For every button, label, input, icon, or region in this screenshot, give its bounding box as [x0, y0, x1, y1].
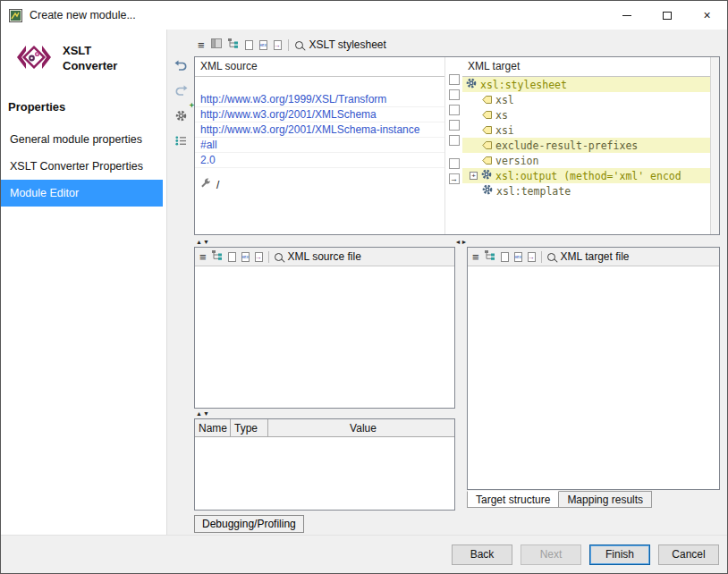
connector-square[interactable] — [449, 74, 460, 85]
tree-view-icon[interactable] — [212, 250, 223, 263]
tree-item-xsi[interactable]: xsi — [462, 122, 710, 138]
xml-source-column: XML source http://www.w3.org/1999/XSL/Tr… — [195, 57, 445, 234]
attribute-icon — [482, 124, 492, 137]
sidebar-item-label: Module Editor — [10, 187, 79, 199]
cancel-button[interactable]: Cancel — [658, 544, 719, 565]
watch-table-resize-buttons[interactable]: ▲▼ — [194, 409, 455, 418]
text-view-icon[interactable] — [501, 252, 509, 262]
toolbar-separator — [268, 251, 269, 263]
watch-table-header: Name Type Value — [195, 419, 454, 437]
hex-view-icon[interactable] — [514, 252, 522, 262]
tree-item-label: xs — [495, 109, 508, 122]
search-icon[interactable] — [547, 253, 555, 261]
search-icon[interactable] — [295, 41, 303, 49]
tree-view-icon[interactable] — [228, 38, 239, 51]
source-row-label: #all — [200, 139, 217, 151]
watch-table-body[interactable] — [195, 437, 454, 510]
tree-item-xs[interactable]: xs — [462, 107, 710, 122]
tree-item-label: xsl:template — [496, 185, 571, 198]
debugging-profiling-button[interactable]: Debugging/Profiling — [194, 515, 304, 533]
tab-target-structure[interactable]: Target structure — [467, 491, 559, 508]
connector-square[interactable] — [449, 120, 460, 131]
tree-item-version[interactable]: version — [462, 153, 710, 168]
text-view-icon[interactable] — [228, 252, 236, 262]
xml-source-header: XML source — [195, 57, 444, 77]
arrow-right-icon: → — [450, 175, 458, 183]
export-file-icon[interactable] — [255, 252, 263, 262]
hex-view-icon[interactable] — [259, 40, 267, 50]
xml-target-file-pane: ≡ XML target file — [467, 247, 720, 490]
tree-view-icon[interactable] — [485, 250, 495, 263]
undo-button[interactable] — [171, 56, 190, 74]
target-file-content[interactable] — [468, 266, 719, 489]
export-file-icon[interactable] — [528, 252, 536, 262]
menu-icon[interactable]: ≡ — [472, 251, 479, 263]
xml-target-column: XML target xsl:stylesheet xsl — [462, 57, 710, 234]
sidebar-item-general-module-properties[interactable]: General module properties — [1, 126, 163, 153]
sidebar: XSLT Converter Properties General module… — [1, 30, 167, 535]
element-gear-icon — [466, 78, 477, 91]
tab-mapping-results[interactable]: Mapping results — [559, 491, 652, 508]
mapping-scrollbar[interactable] — [710, 57, 719, 234]
menu-icon[interactable]: ≡ — [199, 251, 207, 263]
source-row-xmlschema-ns[interactable]: http://www.w3.org/2001/XMLSchema — [195, 107, 444, 122]
xml-target-header: XML target — [462, 57, 710, 77]
search-icon[interactable] — [275, 253, 283, 261]
pane-splitter[interactable]: ◄► — [455, 237, 467, 535]
tree-item-xsl-stylesheet[interactable]: xsl:stylesheet — [462, 77, 710, 92]
target-file-toolbar: ≡ XML target file — [468, 248, 719, 266]
tree-item-exclude-result-prefixes[interactable]: exclude-result-prefixes — [462, 138, 710, 153]
finish-button[interactable]: Finish — [589, 544, 650, 565]
maximize-button[interactable] — [647, 1, 687, 30]
xslt-converter-logo-icon — [13, 40, 55, 77]
stylesheet-toolbar-label: XSLT stylesheet — [309, 38, 386, 51]
back-button[interactable]: Back — [452, 544, 512, 565]
source-pane-resize-buttons[interactable]: ▲▼ — [194, 237, 455, 247]
minimize-button[interactable] — [606, 1, 647, 30]
target-tree: xsl:stylesheet xsl xs — [462, 77, 710, 234]
connector-arrow-square[interactable]: → — [449, 173, 460, 184]
sidebar-item-xslt-converter-properties[interactable]: XSLT Converter Properties — [1, 153, 163, 180]
export-file-icon[interactable] — [274, 40, 282, 50]
component-list-button[interactable] — [171, 131, 190, 149]
menu-icon[interactable]: ≡ — [198, 39, 205, 51]
source-row-label: http://www.w3.org/1999/XSL/Transform — [200, 93, 386, 106]
redo-button[interactable] — [171, 81, 190, 99]
titlebar: Create new module... × — [1, 1, 727, 30]
toolbar-separator — [288, 39, 289, 51]
grid-view-icon[interactable] — [211, 38, 222, 51]
logo-title-line1: XSLT — [63, 44, 117, 59]
source-row-xmlschema-instance-ns[interactable]: http://www.w3.org/2001/XMLSchema-instanc… — [195, 122, 444, 138]
maximize-icon — [663, 12, 672, 20]
close-button[interactable]: × — [687, 1, 727, 30]
logo-title: XSLT Converter — [63, 44, 117, 74]
source-row-version[interactable]: 2.0 — [195, 153, 444, 168]
source-row-transform-ns[interactable]: http://www.w3.org/1999/XSL/Transform — [195, 92, 444, 107]
source-row-all[interactable]: #all — [195, 138, 444, 153]
target-file-label: XML target file — [561, 250, 630, 263]
connector-square[interactable] — [449, 89, 460, 100]
text-view-icon[interactable] — [245, 40, 253, 50]
attribute-icon — [482, 139, 492, 152]
tree-item-xsl-output[interactable]: + xsl:output (method='xml' encod — [462, 168, 710, 183]
source-file-content[interactable] — [195, 266, 454, 408]
add-component-button[interactable] — [171, 106, 190, 124]
tree-item-xsl-template[interactable]: xsl:template — [462, 183, 710, 198]
connector-square[interactable] — [449, 105, 460, 115]
hex-view-icon[interactable] — [241, 252, 250, 262]
expand-plus-icon[interactable]: + — [470, 172, 478, 180]
minimize-icon — [622, 15, 631, 16]
watch-table: Name Type Value — [194, 418, 455, 511]
column-header-name: Name — [195, 419, 231, 436]
connector-square[interactable] — [449, 135, 460, 146]
source-row-label: http://www.w3.org/2001/XMLSchema-instanc… — [200, 123, 419, 136]
connector-square[interactable] — [449, 158, 460, 169]
sidebar-item-module-editor[interactable]: Module Editor — [1, 180, 163, 207]
toolbar-separator — [541, 251, 542, 263]
close-icon: × — [703, 8, 710, 22]
window-title: Create new module... — [30, 9, 606, 21]
source-row-label: http://www.w3.org/2001/XMLSchema — [200, 108, 377, 121]
tree-item-xsl[interactable]: xsl — [462, 92, 710, 107]
source-root-row[interactable]: / — [195, 177, 444, 192]
splitter-arrows[interactable]: ◄► — [455, 237, 468, 247]
